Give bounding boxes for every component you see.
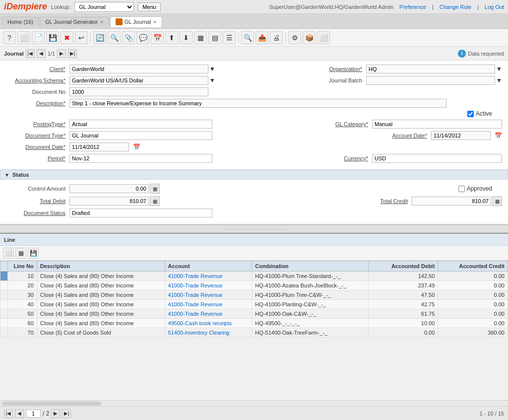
chat-button[interactable]: 💬	[136, 31, 149, 44]
line-table-body: 10 Close (4) Sales and (80) Other Income…	[0, 272, 508, 338]
archive-button[interactable]: 📦	[303, 31, 316, 44]
doc-date-input[interactable]	[69, 142, 129, 151]
cell-credit: 0.00	[438, 281, 508, 290]
period-select[interactable]: Nov-12	[69, 154, 212, 163]
col-account-header: Account	[165, 261, 252, 272]
quick-form[interactable]: ☰	[223, 31, 236, 44]
more-button[interactable]: ⬜	[317, 31, 330, 44]
active-checkbox[interactable]	[467, 111, 474, 117]
table-row[interactable]: 50 Close (4) Sales and (80) Other Income…	[0, 309, 508, 319]
description-input[interactable]	[69, 99, 446, 108]
top-bar: iDempiere Lookup: GL Journal Menu SuperU…	[0, 0, 508, 14]
page-next-button[interactable]: ▶	[51, 409, 60, 418]
down-button[interactable]: ⬇	[180, 31, 192, 44]
doc-no-input[interactable]	[69, 87, 208, 96]
client-dropdown-arrow[interactable]: ▼	[209, 66, 215, 72]
table-row[interactable]: 10 Close (4) Sales and (80) Other Income…	[0, 272, 508, 281]
control-amount-btn[interactable]: ▦	[150, 184, 160, 194]
cell-credit: 360.00	[438, 328, 508, 338]
table-row[interactable]: 30 Close (4) Sales and (80) Other Income…	[0, 290, 508, 300]
org-input[interactable]	[366, 65, 495, 73]
info-icon: i	[458, 50, 466, 58]
total-debit-input[interactable]	[69, 197, 149, 206]
last-record-button[interactable]: ▶|	[68, 49, 77, 58]
page-prev-button[interactable]: ◀	[15, 409, 24, 418]
form-row-active: Active	[6, 110, 502, 117]
org-dropdown-arrow[interactable]: ▼	[496, 66, 502, 72]
calendar-button[interactable]: 📅	[151, 31, 164, 44]
change-role-link[interactable]: Change Role	[440, 4, 471, 10]
find-button[interactable]: 🔍	[108, 31, 121, 44]
export-button[interactable]: 📤	[255, 31, 268, 44]
schema-dropdown-arrow[interactable]: ▼	[209, 77, 215, 84]
status-header-label: Status	[12, 172, 29, 178]
batch-dropdown-arrow[interactable]: ▼	[496, 77, 502, 84]
tab-glgen[interactable]: GL Journal Generator ✕	[40, 17, 109, 26]
page-input[interactable]	[26, 410, 41, 418]
prev-record-button[interactable]: ◀	[37, 49, 46, 58]
preference-link[interactable]: Preference	[399, 4, 426, 10]
total-credit-input[interactable]	[412, 197, 491, 206]
cell-credit: 0.00	[438, 272, 508, 281]
status-row-docstatus: Document Status Drafted	[6, 209, 502, 217]
acct-date-input[interactable]	[431, 131, 491, 140]
page-last-button[interactable]: ▶|	[62, 409, 71, 418]
delete-button[interactable]: ✖	[61, 31, 73, 44]
new-button[interactable]: ⬜	[17, 31, 30, 44]
print-button[interactable]: 🖨	[270, 31, 283, 44]
acct-schema-input[interactable]	[69, 76, 208, 85]
h-scroll[interactable]	[0, 400, 508, 406]
tab-gljournal-close[interactable]: ✕	[153, 19, 157, 25]
up-button[interactable]: ⬆	[165, 31, 178, 44]
doc-date-label: Document Date*	[6, 144, 65, 150]
line-new-button[interactable]: ⬜	[3, 248, 14, 259]
undo-button[interactable]: ↩	[75, 31, 88, 44]
page-first-button[interactable]: |◀	[4, 409, 13, 418]
client-input[interactable]	[69, 65, 208, 73]
table-row[interactable]: 20 Close (4) Sales and (80) Other Income…	[0, 281, 508, 290]
journal-batch-input[interactable]	[366, 76, 495, 85]
help-button[interactable]: ?	[3, 31, 16, 44]
attach-button[interactable]: 📎	[122, 31, 135, 44]
copy-button[interactable]: 📄	[32, 31, 45, 44]
next-record-button[interactable]: ▶	[57, 49, 66, 58]
doc-type-select[interactable]: GL Journal	[69, 131, 212, 140]
total-debit-btn[interactable]: ▦	[150, 196, 160, 206]
tab-home[interactable]: Home (16)	[2, 17, 39, 26]
tab-gljournal[interactable]: GL Journal ✕	[110, 16, 162, 27]
zoom-button[interactable]: 🔍	[241, 31, 254, 44]
posting-type-select[interactable]: Actual	[69, 120, 212, 129]
line-grid-button[interactable]: ▦	[15, 248, 26, 259]
logout-link[interactable]: Log Out	[485, 4, 504, 10]
doc-date-cal-icon[interactable]: 📅	[133, 143, 140, 150]
table-row[interactable]: 60 Close (4) Sales and (80) Other Income…	[0, 319, 508, 328]
cell-combination: HQ-51400-Oak-TreeFarm-_-_	[252, 328, 368, 338]
menu-button[interactable]: Menu	[138, 2, 161, 11]
refresh-button[interactable]: 🔄	[93, 31, 106, 44]
tab-glgen-close[interactable]: ✕	[100, 19, 104, 25]
save-button[interactable]: 💾	[46, 31, 59, 44]
settings-button[interactable]: ⚙	[288, 31, 301, 44]
first-record-button[interactable]: |◀	[26, 49, 35, 58]
status-toggle[interactable]: ▼	[4, 172, 9, 178]
total-credit-btn[interactable]: ▦	[492, 196, 502, 206]
gl-category-select[interactable]: Manual	[372, 120, 502, 129]
control-amount-input[interactable]	[69, 184, 149, 193]
row-indicator	[0, 319, 8, 328]
grid-button[interactable]: ▦	[194, 31, 207, 44]
col-lineno-header: Line No	[8, 261, 37, 272]
tab-home-label: Home (16)	[7, 19, 33, 25]
cell-combination: HQ-41000-Plum Tree-Standard-_-_	[252, 272, 368, 281]
form-button[interactable]: ▤	[208, 31, 221, 44]
lookup-select[interactable]: GL Journal	[74, 2, 134, 12]
approved-checkbox[interactable]	[458, 186, 465, 192]
doc-status-select[interactable]: Drafted	[69, 209, 212, 217]
cell-credit: 0.00	[438, 290, 508, 300]
table-row[interactable]: 70 Close (5) Cost of Goods Sold 51400-In…	[0, 328, 508, 338]
line-save-button[interactable]: 💾	[28, 248, 39, 259]
table-row[interactable]: 40 Close (4) Sales and (80) Other Income…	[0, 300, 508, 309]
grid-wrap[interactable]: Line No Description Account Combination …	[0, 261, 508, 400]
acct-date-cal-icon[interactable]: 📅	[495, 132, 502, 139]
currency-select[interactable]: USD	[372, 154, 502, 163]
section-separator[interactable]: · · · · · · · · · · · · · · · · · · · · …	[0, 225, 508, 233]
